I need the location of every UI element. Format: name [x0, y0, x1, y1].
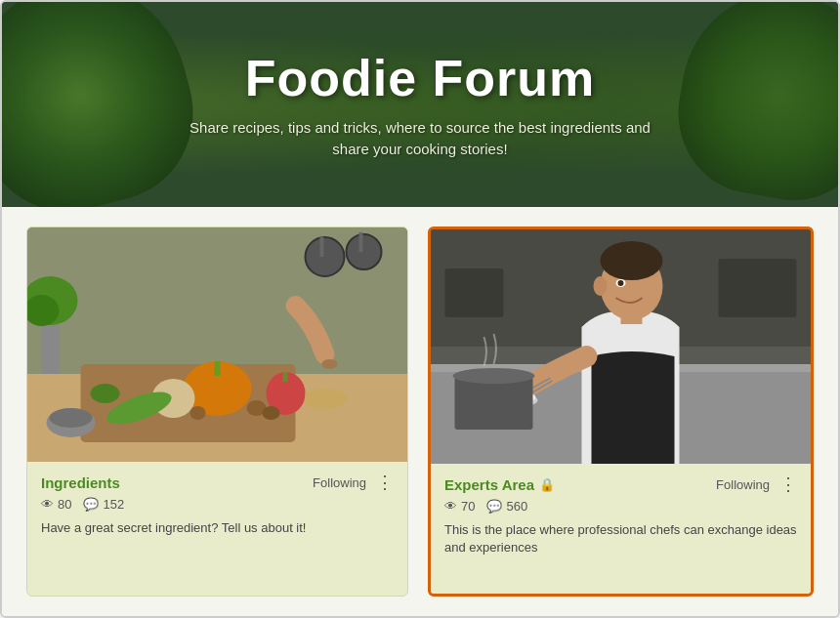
header-subtitle: Share recipes, tips and tricks, where to…	[189, 117, 651, 161]
comment-icon-ingredients: 💬	[83, 497, 99, 512]
card-stats-experts: 👁 70 💬 560	[444, 499, 797, 514]
card-image-ingredients	[27, 227, 407, 462]
svg-point-17	[50, 408, 93, 428]
views-stat-ingredients: 👁 80	[41, 497, 71, 512]
svg-rect-38	[455, 376, 533, 430]
card-top-row-experts: Experts Area 🔒 Following ⋮	[444, 475, 797, 493]
card-body-ingredients: Ingredients Following ⋮ 👁 80 💬 152	[27, 462, 407, 551]
more-menu-icon-ingredients[interactable]: ⋮	[376, 474, 394, 491]
svg-point-14	[190, 406, 206, 420]
svg-rect-21	[359, 232, 363, 252]
card-body-experts: Experts Area 🔒 Following ⋮ 👁 70 💬	[431, 464, 811, 570]
eye-icon-experts: 👁	[444, 499, 457, 514]
card-description-experts: This is the place where professional che…	[444, 521, 797, 556]
header-section: Foodie Forum Share recipes, tips and tri…	[2, 2, 838, 207]
comments-stat-experts: 💬 560	[486, 499, 527, 514]
comments-count-ingredients: 152	[103, 497, 124, 512]
svg-point-32	[594, 276, 608, 296]
content-area: Ingredients Following ⋮ 👁 80 💬 152	[2, 207, 838, 616]
svg-point-15	[91, 384, 120, 403]
card-stats-ingredients: 👁 80 💬 152	[41, 497, 394, 512]
chef-scene	[431, 229, 811, 464]
card-top-row-ingredients: Ingredients Following ⋮	[41, 474, 394, 491]
svg-rect-20	[320, 237, 324, 257]
svg-point-31	[601, 241, 663, 280]
comments-count-experts: 560	[506, 499, 527, 514]
card-title-experts: Experts Area 🔒	[444, 476, 555, 493]
chef-svg	[431, 229, 811, 464]
card-experts: Experts Area 🔒 Following ⋮ 👁 70 💬	[428, 227, 814, 597]
svg-rect-28	[719, 259, 797, 317]
card-ingredients: Ingredients Following ⋮ 👁 80 💬 152	[26, 227, 408, 597]
card-image-experts	[431, 229, 811, 464]
more-menu-icon-experts[interactable]: ⋮	[779, 475, 797, 493]
svg-point-22	[322, 359, 338, 369]
svg-point-39	[453, 368, 535, 384]
following-badge-experts[interactable]: Following	[716, 477, 770, 492]
svg-point-34	[618, 280, 624, 286]
svg-point-13	[263, 406, 280, 420]
svg-rect-7	[215, 361, 221, 376]
views-count-experts: 70	[461, 499, 475, 514]
page-title: Foodie Forum	[245, 49, 596, 107]
card-actions-experts: Following ⋮	[716, 475, 797, 493]
card-actions-ingredients: Following ⋮	[313, 474, 394, 491]
comments-stat-ingredients: 💬 152	[83, 497, 124, 512]
card-title-ingredients: Ingredients	[41, 474, 120, 491]
svg-rect-10	[283, 372, 288, 382]
svg-point-18	[306, 237, 345, 276]
eye-icon-ingredients: 👁	[41, 497, 54, 512]
lock-icon-experts: 🔒	[539, 477, 555, 492]
ingredients-svg	[27, 227, 407, 462]
svg-rect-27	[445, 268, 504, 317]
views-count-ingredients: 80	[58, 497, 71, 512]
page-wrapper: Foodie Forum Share recipes, tips and tri…	[0, 0, 840, 618]
comment-icon-experts: 💬	[486, 499, 502, 514]
card-description-ingredients: Have a great secret ingredient? Tell us …	[41, 519, 394, 537]
views-stat-experts: 👁 70	[444, 499, 475, 514]
svg-point-19	[347, 234, 382, 269]
ingredients-scene	[27, 227, 407, 462]
following-badge-ingredients[interactable]: Following	[313, 475, 366, 490]
